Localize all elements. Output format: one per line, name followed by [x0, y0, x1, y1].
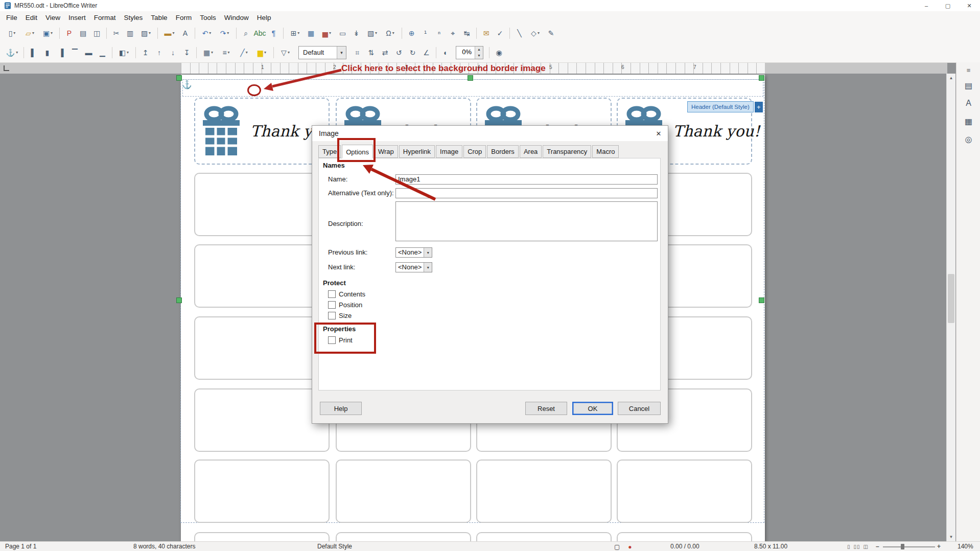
tab-transparency[interactable]: Transparency [543, 145, 591, 158]
checkbox-box-icon[interactable] [328, 290, 336, 298]
spinner-arrows[interactable]: ▲▼ [475, 47, 483, 59]
sidebar-properties-button[interactable]: ▤ [961, 78, 976, 93]
borders-button[interactable]: ▦ [199, 46, 217, 59]
zoom-level-status[interactable]: 140% [958, 542, 973, 551]
single-page-view-button[interactable]: ▯ [847, 542, 851, 551]
selection-handle-middle-left[interactable] [176, 297, 182, 303]
open-file-button[interactable]: ▱ [21, 27, 39, 40]
export-pdf-button[interactable]: P [62, 27, 76, 40]
reset-button[interactable]: Reset [525, 402, 567, 415]
tab-image[interactable]: Image [436, 145, 462, 158]
zoom-slider-track[interactable] [883, 546, 935, 547]
tab-wrap[interactable]: Wrap [374, 145, 398, 158]
previous-link-combo[interactable]: <None> [395, 247, 432, 258]
menu-edit[interactable]: Edit [21, 12, 41, 23]
insert-hyperlink-button[interactable]: ⊕ [405, 27, 418, 40]
toolbar-button[interactable] [436, 47, 436, 58]
checkbox-box-icon[interactable] [328, 301, 336, 309]
tab-options[interactable]: Options [342, 145, 373, 158]
menu-help[interactable]: Help [253, 12, 275, 23]
track-changes-button[interactable]: ✓ [493, 27, 507, 40]
insert-image-button[interactable]: ▦ [304, 27, 318, 40]
close-button[interactable]: ✕ [959, 0, 980, 11]
cursor-position-status[interactable]: 0.00 / 0.00 [670, 542, 699, 551]
save-button[interactable]: ▣ [39, 27, 57, 40]
zoom-out-button[interactable]: – [876, 542, 879, 551]
image-color-mode-button[interactable]: ◉ [492, 46, 506, 59]
toolbar-button[interactable] [476, 28, 477, 39]
toolbar-button[interactable] [283, 28, 284, 39]
align-bottom-button[interactable]: ▁ [96, 46, 109, 59]
insert-field-button[interactable]: ▧ [363, 27, 381, 40]
insert-text-box-button[interactable]: ▭ [336, 27, 349, 40]
page-style-status[interactable]: Default Style [317, 542, 352, 551]
page-size-status[interactable]: 8.50 x 11.00 [754, 542, 787, 551]
print-button[interactable]: ▤ [76, 27, 90, 40]
spelling-button[interactable]: Abc [253, 27, 267, 40]
tab-hyperlink[interactable]: Hyperlink [399, 145, 435, 158]
forward-one-button[interactable]: ↑ [152, 46, 166, 59]
toolbar-button[interactable] [509, 28, 510, 39]
description-textarea[interactable] [395, 201, 658, 241]
border-style-button[interactable]: ≡ [217, 46, 235, 59]
rotate-left-button[interactable]: ↺ [392, 46, 406, 59]
contents-checkbox[interactable]: Contents [328, 289, 365, 300]
selection-handle-top-right[interactable] [759, 75, 764, 81]
show-draw-functions-button[interactable]: ✎ [544, 27, 558, 40]
page-count-status[interactable]: Page 1 of 1 [5, 542, 36, 551]
center-horizontal-button[interactable]: ▮ [40, 46, 54, 59]
insert-special-character-button[interactable]: Ω [381, 27, 399, 40]
fill-color-button[interactable]: ▆ [253, 46, 271, 59]
tab-type[interactable]: Type [318, 145, 341, 158]
insert-table-button[interactable]: ⊞ [286, 27, 304, 40]
menu-styles[interactable]: Styles [120, 12, 147, 23]
toolbar-button[interactable] [273, 47, 274, 58]
menu-view[interactable]: View [41, 12, 64, 23]
zoom-in-button[interactable]: + [937, 542, 941, 551]
print-preview-button[interactable]: ◫ [90, 27, 104, 40]
rotate-right-button[interactable]: ↻ [406, 46, 419, 59]
next-link-combo[interactable]: <None> [395, 262, 432, 272]
crop-button[interactable]: ⌗ [351, 46, 364, 59]
help-button[interactable]: Help [320, 402, 362, 415]
cancel-button[interactable]: Cancel [618, 402, 661, 415]
tab-area[interactable]: Area [520, 145, 542, 158]
word-count-status[interactable]: 8 words, 40 characters [133, 542, 195, 551]
find-replace-button[interactable]: ⌕ [239, 27, 253, 40]
undo-button[interactable]: ↶ [198, 27, 216, 40]
align-left-button[interactable]: ▌ [27, 46, 40, 59]
transparency-spinner[interactable]: 0% ▲▼ [456, 46, 483, 59]
sidebar-settings-button[interactable]: ≡ [961, 65, 976, 75]
insert-endnote-button[interactable]: ⁿ [432, 27, 446, 40]
menu-tools[interactable]: Tools [196, 12, 220, 23]
sidebar-navigator-button[interactable]: ◎ [961, 131, 976, 147]
selection-handle-middle-right[interactable] [759, 297, 764, 303]
toolbar-button[interactable] [24, 47, 24, 58]
align-right-button[interactable]: ▐ [54, 46, 68, 59]
dialog-close-button[interactable]: ✕ [652, 127, 665, 140]
toolbar-button[interactable] [135, 47, 136, 58]
flip-horizontally-button[interactable]: ⇄ [378, 46, 392, 59]
insert-line-button[interactable]: ╲ [512, 27, 526, 40]
toolbar-button[interactable] [157, 28, 158, 39]
new-document-button[interactable]: ▯ [3, 27, 21, 40]
bring-to-front-button[interactable]: ↥ [138, 46, 152, 59]
combo-dropdown-icon[interactable] [424, 248, 432, 257]
vertical-scrollbar[interactable]: ▲ ▼ [946, 74, 955, 541]
sidebar-styles-button[interactable]: A [961, 96, 976, 111]
spin-down-icon[interactable]: ▼ [475, 53, 483, 59]
menu-table[interactable]: Table [147, 12, 171, 23]
insert-footnote-button[interactable]: ¹ [418, 27, 432, 40]
dialog-title-bar[interactable]: Image [312, 126, 668, 141]
cut-button[interactable]: ✂ [109, 27, 123, 40]
copy-button[interactable]: ▥ [123, 27, 137, 40]
scroll-up-icon[interactable]: ▲ [947, 74, 955, 82]
toolbar-button[interactable] [112, 47, 112, 58]
header-add-button[interactable]: + [755, 102, 763, 112]
align-top-button[interactable]: ▔ [68, 46, 82, 59]
center-vertical-button[interactable]: ▬ [82, 46, 96, 59]
tab-macro[interactable]: Macro [592, 145, 619, 158]
menu-file[interactable]: File [2, 12, 21, 23]
insert-page-break-button[interactable]: ↡ [349, 27, 363, 40]
multi-page-view-button[interactable]: ▯▯ [854, 542, 860, 551]
